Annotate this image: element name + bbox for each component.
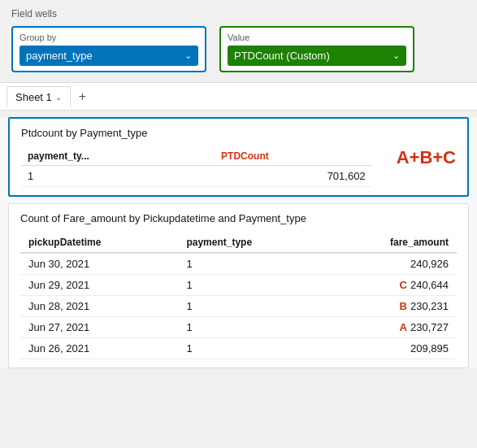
value-well: Value PTDCount (Custom) ⌄ — [219, 26, 414, 72]
sheet-tab-chevron-icon: ⌄ — [55, 93, 62, 102]
bottom-data-table: pickupDatetime payment_type fare_amount … — [20, 233, 457, 359]
group-by-value: payment_type — [26, 50, 93, 62]
cell-date: Jun 27, 2021 — [20, 317, 178, 338]
cell-type: 1 — [178, 338, 323, 359]
top-chart-cell-2: 701,602 — [215, 166, 372, 187]
value-value: PTDCount (Custom) — [234, 50, 330, 62]
cell-amount: B 230,231 — [323, 296, 457, 317]
table-row: Jun 30, 20211240,926 — [20, 253, 457, 275]
top-chart-title: Ptdcount by Payment_type — [21, 127, 456, 139]
table-row: Jun 29, 20211C 240,644 — [20, 275, 457, 296]
top-chart-col-1: payment_ty... — [21, 147, 215, 166]
cell-amount: 240,926 — [323, 253, 457, 275]
cell-amount: A 230,727 — [323, 317, 457, 338]
group-by-dropdown[interactable]: payment_type ⌄ — [20, 46, 198, 66]
row-label-a: A — [400, 321, 407, 333]
row-label-b: B — [400, 300, 407, 312]
add-sheet-button[interactable]: + — [74, 89, 91, 104]
table-row: Jun 26, 20211209,895 — [20, 338, 457, 359]
main-content: Ptdcount by Payment_type payment_ty... P… — [0, 117, 477, 368]
cell-type: 1 — [178, 275, 323, 296]
group-by-well: Group by payment_type ⌄ — [11, 26, 206, 72]
bottom-table-title: Count of Fare_amount by Pickupdatetime a… — [20, 212, 457, 224]
cell-date: Jun 26, 2021 — [20, 338, 178, 359]
bottom-table-panel: Count of Fare_amount by Pickupdatetime a… — [8, 203, 469, 368]
value-chevron-icon: ⌄ — [392, 50, 400, 61]
group-by-chevron-icon: ⌄ — [184, 50, 192, 61]
top-chart-cell-1: 1 — [21, 166, 215, 187]
cell-date: Jun 30, 2021 — [20, 253, 178, 275]
col-header-fare-amount: fare_amount — [323, 233, 457, 253]
table-row: Jun 28, 20211B 230,231 — [20, 296, 457, 317]
top-chart-annotation: A+B+C — [397, 147, 456, 168]
value-dropdown[interactable]: PTDCount (Custom) ⌄ — [228, 46, 406, 66]
cell-type: 1 — [178, 253, 323, 275]
field-wells-panel: Field wells Group by payment_type ⌄ Valu… — [0, 0, 477, 83]
top-chart-col-2: PTDCount — [215, 147, 372, 166]
cell-type: 1 — [178, 317, 323, 338]
field-wells-title: Field wells — [11, 8, 466, 20]
sheet-tab-label: Sheet 1 — [15, 91, 52, 103]
sheet-tabs-bar: Sheet 1 ⌄ + — [0, 83, 477, 111]
row-label-c: C — [400, 279, 407, 291]
cell-amount: 209,895 — [323, 338, 457, 359]
field-wells-row: Group by payment_type ⌄ Value PTDCount (… — [11, 26, 466, 72]
cell-type: 1 — [178, 296, 323, 317]
cell-date: Jun 29, 2021 — [20, 275, 178, 296]
col-header-datetime: pickupDatetime — [20, 233, 178, 253]
col-header-payment-type: payment_type — [178, 233, 323, 253]
cell-amount: C 240,644 — [323, 275, 457, 296]
value-label: Value — [228, 33, 406, 42]
top-chart-row: 1 701,602 — [21, 166, 372, 187]
top-chart-panel: Ptdcount by Payment_type payment_ty... P… — [8, 117, 469, 197]
top-chart-table: payment_ty... PTDCount 1 701,602 — [21, 147, 372, 187]
sheet-tab-1[interactable]: Sheet 1 ⌄ — [7, 86, 71, 107]
table-row: Jun 27, 20211A 230,727 — [20, 317, 457, 338]
group-by-label: Group by — [20, 33, 198, 42]
cell-date: Jun 28, 2021 — [20, 296, 178, 317]
